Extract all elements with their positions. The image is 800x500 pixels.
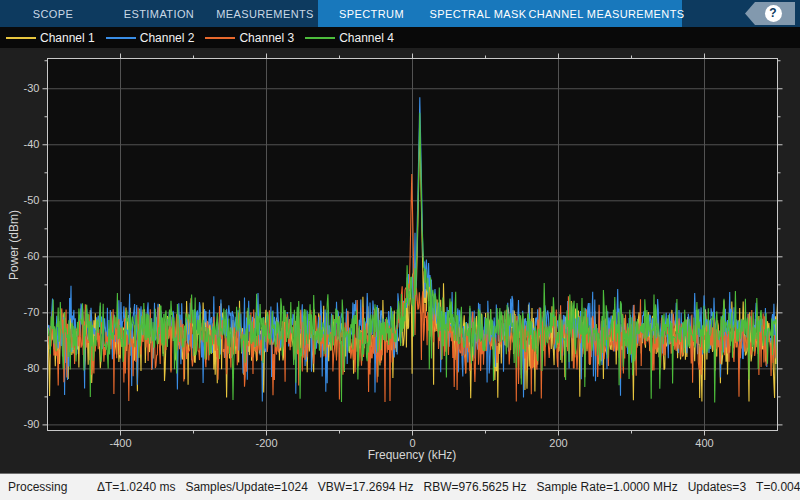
toolbar: SCOPE ESTIMATION MEASUREMENTS SPECTRUM S… [0,0,800,27]
y-tick-label: -40 [0,138,40,151]
y-tick-label: -60 [0,250,40,263]
x-axis-label: Frequency (kHz) [368,448,457,462]
tab-estimation[interactable]: ESTIMATION [106,0,212,27]
spectrum-analyzer-window: SCOPE ESTIMATION MEASUREMENTS SPECTRUM S… [0,0,800,500]
legend-item-channel-3[interactable]: Channel 3 [205,31,294,45]
legend-swatch [305,37,335,39]
help-button[interactable]: ? [745,2,795,25]
legend-bar: Channel 1 Channel 2 Channel 3 Channel 4 [0,27,800,48]
y-tick-label: -80 [0,362,40,375]
legend-item-channel-2[interactable]: Channel 2 [106,31,195,45]
x-tick-label: 200 [534,437,584,450]
legend-item-channel-1[interactable]: Channel 1 [6,31,95,45]
status-state: Processing [0,480,97,494]
legend-swatch [106,37,136,39]
spectrum-plot[interactable] [0,48,800,473]
status-time: T=0.0041 [756,480,800,494]
y-axis-label: Power (dBm) [7,210,21,280]
legend-label: Channel 3 [239,31,294,45]
status-rbw: RBW=976.5625 Hz [424,480,527,494]
figure: Power (dBm) Frequency (kHz) -400-2000200… [0,48,800,473]
toolbar-spacer [682,0,745,27]
legend-swatch [205,37,235,39]
y-tick-label: -70 [0,306,40,319]
tab-spectral-mask[interactable]: SPECTRAL MASK [425,0,531,27]
tab-spectrum[interactable]: SPECTRUM [318,0,425,27]
tab-measurements[interactable]: MEASUREMENTS [212,0,318,27]
status-bar: Processing ΔT=1.0240 ms Samples/Update=1… [0,473,800,500]
tab-group-selected: SPECTRUM SPECTRAL MASK CHANNEL MEASUREME… [318,0,682,27]
legend-swatch [6,37,36,39]
x-tick-label: 400 [680,437,730,450]
help-icon: ? [765,5,782,22]
status-sample-rate: Sample Rate=1.0000 MHz [537,480,678,494]
x-tick-label: 0 [388,437,438,450]
status-updates: Updates=3 [688,480,746,494]
legend-label: Channel 4 [339,31,394,45]
status-vbw: VBW=17.2694 Hz [318,480,414,494]
x-tick-label: -200 [242,437,292,450]
y-tick-label: -90 [0,418,40,431]
tab-scope[interactable]: SCOPE [0,0,106,27]
y-tick-label: -50 [0,194,40,207]
status-delta-t: ΔT=1.0240 ms [97,480,175,494]
y-tick-label: -30 [0,82,40,95]
status-samples-per-update: Samples/Update=1024 [185,480,307,494]
legend-item-channel-4[interactable]: Channel 4 [305,31,394,45]
legend-label: Channel 2 [140,31,195,45]
legend-label: Channel 1 [40,31,95,45]
x-tick-label: -400 [96,437,146,450]
tab-channel-measurements[interactable]: CHANNEL MEASUREMENTS [531,0,682,27]
